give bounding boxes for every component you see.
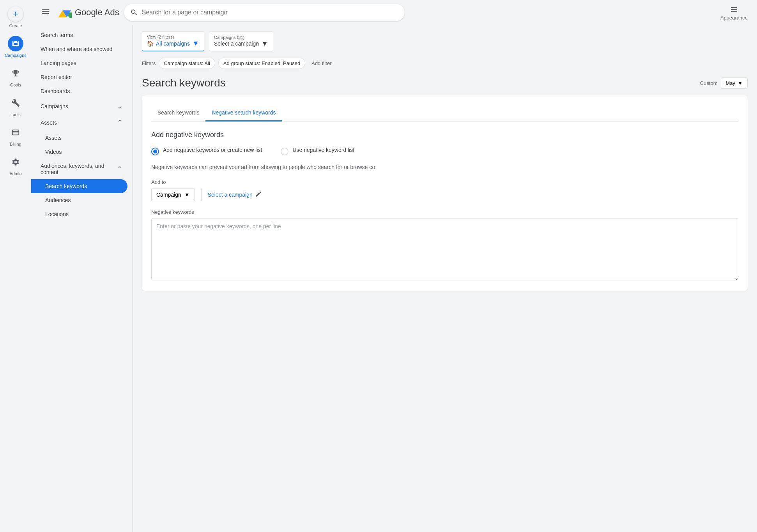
radio-1-circle: [151, 148, 159, 155]
search-input[interactable]: [142, 9, 398, 16]
hamburger-menu[interactable]: [37, 4, 53, 21]
description-text: Negative keywords can prevent your ad fr…: [151, 163, 738, 171]
campaign-select-dropdown[interactable]: Campaign ▼: [151, 188, 195, 201]
tab-negative-search-keywords[interactable]: Negative search keywords: [205, 105, 282, 122]
select-campaign-text: Select a campaign: [208, 192, 253, 198]
page-header: Search keywords Custom May ▼: [142, 77, 748, 89]
appearance-button[interactable]: Appearance: [717, 3, 751, 22]
select-campaign-link[interactable]: Select a campaign: [208, 190, 262, 199]
google-ads-logo-icon: [58, 5, 72, 19]
nav-search-terms[interactable]: Search terms: [31, 28, 127, 42]
nav-report-editor[interactable]: Report editor: [31, 70, 127, 84]
assets-chevron: ⌃: [117, 118, 123, 127]
view-arrow-icon: ▼: [192, 39, 199, 48]
nav-campaigns[interactable]: Campaigns: [2, 33, 30, 61]
tools-label: Tools: [11, 112, 21, 117]
app-name: Google Ads: [75, 7, 119, 18]
search-icon: [130, 9, 138, 16]
appearance-label: Appearance: [720, 15, 748, 21]
main-content: View (2 filters) 🏠 All campaigns ▼ Campa…: [133, 25, 757, 532]
campaign-value: Select a campaign: [214, 41, 259, 47]
logo: Google Ads: [58, 5, 119, 19]
radio-2-label: Use negative keyword list: [292, 147, 354, 153]
radio-option-2[interactable]: Use negative keyword list: [281, 147, 354, 155]
assets-section[interactable]: Assets ⌃: [31, 115, 132, 131]
keywords-card: Search keywords Negative search keywords…: [142, 95, 748, 291]
create-button[interactable]: + Create: [2, 3, 30, 31]
campaign-label: Campaigns (31): [214, 35, 268, 40]
view-dropdown[interactable]: View (2 filters) 🏠 All campaigns ▼: [142, 31, 204, 51]
form-area: Add negative keywords Add negative keywo…: [151, 122, 738, 282]
side-nav: Search terms When and where ads showed L…: [31, 25, 133, 532]
radio-1-label: Add negative keywords or create new list: [163, 147, 262, 153]
add-to-row: Campaign ▼ Select a campaign: [151, 188, 738, 201]
campaigns-section[interactable]: Campaigns ⌄: [31, 98, 132, 115]
campaigns-label: Campaigns: [5, 53, 27, 58]
radio-2-circle: [281, 148, 288, 155]
icon-nav: + Create Campaigns Goals Tools Billing A…: [0, 0, 31, 532]
campaigns-chevron: ⌄: [117, 102, 123, 111]
nav-tools[interactable]: Tools: [2, 92, 30, 120]
nav-videos[interactable]: Videos: [31, 145, 127, 159]
view-value: All campaigns: [156, 41, 190, 47]
vertical-divider: [201, 188, 202, 201]
date-arrow-icon: ▼: [738, 80, 743, 86]
nav-billing[interactable]: Billing: [2, 122, 30, 150]
filters-row: Filters Campaign status: All Ad group st…: [142, 58, 748, 69]
campaign-select-arrow: ▼: [184, 192, 190, 198]
campaign-dropdown[interactable]: Campaigns (31) Select a campaign ▼: [209, 32, 273, 51]
neg-keywords-label: Negative keywords: [151, 209, 738, 215]
nav-landing-pages[interactable]: Landing pages: [31, 56, 127, 70]
radio-group: Add negative keywords or create new list…: [151, 147, 738, 155]
tabs-row: Search keywords Negative search keywords: [151, 105, 738, 122]
date-value: May: [726, 80, 736, 86]
nav-assets[interactable]: Assets: [31, 131, 127, 145]
filters-label: Filters: [142, 60, 156, 66]
goals-label: Goals: [10, 83, 21, 87]
campaign-select-value: Campaign: [156, 192, 181, 198]
add-filter-button[interactable]: Add filter: [308, 58, 334, 69]
admin-label: Admin: [9, 171, 21, 176]
add-to-label: Add to: [151, 179, 738, 185]
radio-option-1[interactable]: Add negative keywords or create new list: [151, 147, 262, 155]
edit-icon: [255, 190, 262, 199]
nav-dashboards[interactable]: Dashboards: [31, 84, 127, 98]
nav-audiences[interactable]: Audiences: [31, 193, 127, 207]
nav-search-keywords[interactable]: Search keywords: [31, 179, 127, 193]
ad-group-status-chip[interactable]: Ad group status: Enabled, Paused: [218, 58, 305, 69]
date-custom-label: Custom: [700, 80, 718, 86]
keywords-textarea[interactable]: [151, 218, 738, 280]
campaign-arrow-icon: ▼: [261, 40, 268, 48]
page-title: Search keywords: [142, 77, 226, 89]
nav-goals[interactable]: Goals: [2, 62, 30, 90]
nav-when-where[interactable]: When and where ads showed: [31, 42, 127, 56]
form-title: Add negative keywords: [151, 131, 738, 139]
billing-label: Billing: [10, 142, 21, 146]
topbar: Google Ads Appearance: [31, 0, 757, 25]
nav-admin[interactable]: Admin: [2, 151, 30, 179]
tab-search-keywords[interactable]: Search keywords: [151, 105, 205, 122]
home-icon: 🏠: [147, 41, 154, 47]
toolbar-row: View (2 filters) 🏠 All campaigns ▼ Campa…: [142, 31, 748, 51]
view-label: View (2 filters): [147, 35, 199, 39]
audiences-section[interactable]: Audiences, keywords, and content ⌃: [31, 159, 132, 179]
topbar-right: Appearance: [717, 3, 751, 22]
nav-locations[interactable]: Locations: [31, 207, 127, 221]
create-label: Create: [9, 23, 22, 28]
campaign-status-chip[interactable]: Campaign status: All: [159, 58, 215, 69]
appearance-icon: [729, 5, 739, 14]
date-picker[interactable]: May ▼: [721, 78, 748, 89]
audiences-chevron: ⌃: [117, 165, 123, 173]
global-search-bar[interactable]: [124, 4, 405, 21]
